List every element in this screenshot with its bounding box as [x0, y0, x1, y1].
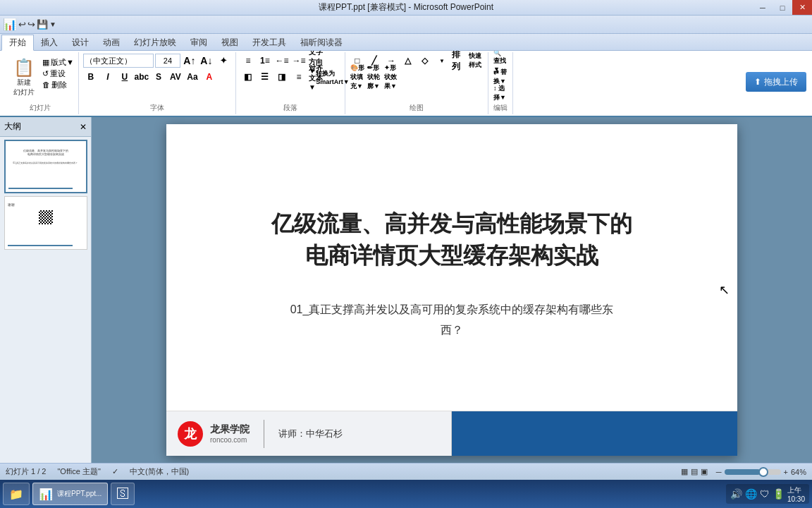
slide-thumb-1[interactable]: 亿级流量、高并发与高性能场景下的电商详情页大型缓存架构实战 01_真正支撑高并发…: [4, 140, 87, 193]
ribbon-group-paragraph: ≡ 1≡ ←≡ →≡ 文字方向▼ ◧ ☰ ◨ ≡ 对齐文本▼ 转换为SmartA…: [236, 52, 345, 114]
bullets-btn[interactable]: ≡: [240, 54, 256, 68]
undo-icon[interactable]: ↩: [18, 19, 26, 30]
files-icon: 📁: [9, 488, 23, 501]
font-bottom-row: B I U abc S AV Aa A: [83, 70, 217, 84]
tab-design[interactable]: 设计: [65, 35, 96, 50]
tray-icon-2[interactable]: 🌐: [745, 488, 757, 500]
save-icon[interactable]: 💾: [37, 19, 48, 30]
slide[interactable]: 亿级流量、高并发与高性能场景下的电商详情页大型缓存架构实战 01_真正支撑高并发…: [166, 124, 737, 456]
tab-home[interactable]: 开始: [1, 35, 34, 51]
zoom-in-btn[interactable]: +: [784, 468, 788, 476]
delete-label[interactable]: 删除: [51, 80, 67, 90]
theme-info: "Office 主题": [57, 466, 100, 477]
quick-styles-btn[interactable]: 快速样式: [468, 54, 484, 68]
main-area: 大纲 ✕ 亿级流量、高并发与高性能场景下的电商详情页大型缓存架构实战 01_真正…: [0, 117, 812, 463]
char-space-btn[interactable]: AV: [168, 70, 183, 84]
normal-view-btn[interactable]: ▦: [681, 467, 688, 476]
logo-url: roncoo.com: [210, 436, 250, 444]
font-decrease-btn[interactable]: A↓: [199, 54, 214, 68]
justify-btn[interactable]: ≡: [291, 70, 307, 84]
window-title: 课程PPT.ppt [兼容模式] - Microsoft PowerPoint: [319, 1, 493, 13]
maximize-button[interactable]: □: [773, 0, 792, 15]
smartart-btn[interactable]: 转换为SmartArt▼: [325, 70, 340, 84]
thumb-2-qr: [39, 210, 53, 224]
align-right-btn[interactable]: ◨: [274, 70, 290, 84]
slide-2-indicator: [8, 245, 73, 246]
new-slide-button[interactable]: 📋 新建幻灯片: [7, 57, 41, 99]
case-btn[interactable]: Aa: [185, 70, 200, 84]
italic-btn[interactable]: I: [100, 70, 116, 84]
sidebar-close-button[interactable]: ✕: [80, 122, 87, 132]
bold-btn[interactable]: B: [83, 70, 99, 84]
ppt-label: 课程PPT.ppt...: [57, 489, 102, 499]
thumb-1-text2: 01_真正支撑高并发以及高可用的复杂系统中的缓存架构有哪些东西？: [8, 162, 83, 164]
font-size-input[interactable]: [155, 54, 180, 68]
zoom-percent[interactable]: 64%: [791, 468, 806, 476]
reading-view-btn[interactable]: ▣: [701, 467, 708, 476]
taskbar-ppt-btn[interactable]: 📊 课程PPT.ppt...: [32, 483, 108, 505]
close-button[interactable]: ✕: [792, 0, 812, 15]
clear-format-btn[interactable]: ✦: [216, 54, 231, 68]
tab-developer[interactable]: 开发工具: [245, 35, 293, 50]
font-increase-btn[interactable]: A↑: [182, 54, 197, 68]
minimize-button[interactable]: ─: [753, 0, 773, 15]
delete-row: 🗑 删除: [42, 80, 67, 90]
tray-icon-3[interactable]: 🛡: [760, 488, 770, 500]
arrange-btn[interactable]: 排列: [451, 54, 467, 68]
strikethrough-btn[interactable]: abc: [134, 70, 149, 84]
tab-foxit[interactable]: 福昕阅读器: [293, 35, 350, 50]
tab-review[interactable]: 审阅: [183, 35, 214, 50]
zoom-slider[interactable]: [725, 469, 781, 475]
tab-view[interactable]: 视图: [214, 35, 245, 50]
increase-indent-btn[interactable]: →≡: [291, 54, 307, 68]
canvas-area: 亿级流量、高并发与高性能场景下的电商详情页大型缓存架构实战 01_真正支撑高并发…: [92, 117, 812, 463]
pp-icon: 📊: [3, 18, 17, 31]
shape1-btn[interactable]: △: [400, 54, 416, 68]
tab-slideshow[interactable]: 幻灯片放映: [127, 35, 183, 50]
slide-thumb-2[interactable]: 谢谢: [4, 196, 87, 250]
upload-button[interactable]: ⬆ 拖拽上传: [746, 72, 806, 92]
paragraph-group-label: 段落: [283, 103, 297, 113]
shape2-btn[interactable]: ◇: [417, 54, 433, 68]
dropdown-arrow[interactable]: ▼: [49, 20, 56, 28]
underline-btn[interactable]: U: [117, 70, 133, 84]
shape-effect-btn[interactable]: ✦形状效果▼: [383, 70, 399, 84]
slide-sorter-btn[interactable]: ▤: [691, 467, 698, 476]
slide-footer: 龙 龙果学院 roncoo.com 讲师：中华石杉: [166, 411, 737, 456]
align-center-btn[interactable]: ☰: [257, 70, 273, 84]
redo-icon[interactable]: ↪: [27, 19, 35, 30]
select-btn[interactable]: ↕ 选择▼: [493, 86, 508, 100]
reset-label[interactable]: 重设: [50, 68, 66, 79]
footer-right: [452, 411, 737, 456]
sidebar-title: 大纲: [4, 121, 21, 133]
find-btn[interactable]: 🔍 查找▼: [493, 54, 508, 68]
shadow-btn[interactable]: S: [151, 70, 166, 84]
tab-animation[interactable]: 动画: [96, 35, 127, 50]
check-icon: ✓: [112, 467, 118, 476]
align-left-btn[interactable]: ◧: [240, 70, 256, 84]
taskbar-app3-btn[interactable]: 🅂: [111, 483, 135, 505]
upload-icon: ⬆: [754, 77, 761, 87]
numbering-btn[interactable]: 1≡: [257, 54, 273, 68]
taskbar-files-btn[interactable]: 📁: [3, 483, 30, 505]
zoom-out-btn[interactable]: ─: [716, 468, 722, 476]
select-row: ↕ 选择▼: [493, 86, 508, 100]
thumb-1-text1: 亿级流量、高并发与高性能场景下的电商详情页大型缓存架构实战: [8, 150, 83, 157]
replace-btn[interactable]: ⇄ 替换▼: [493, 70, 508, 84]
new-slide-icon: 📋: [13, 59, 35, 76]
system-tray: 🔊 🌐 🛡 🔋 上午10:30: [726, 484, 809, 504]
font-color-btn[interactable]: A: [202, 70, 217, 84]
reset-icon: ↺: [42, 69, 49, 78]
tray-icon-1[interactable]: 🔊: [730, 488, 742, 500]
tab-insert[interactable]: 插入: [34, 35, 65, 50]
shape-outline-btn[interactable]: ✏形状轮廓▼: [367, 70, 382, 84]
thumb-2-title: 谢谢: [8, 202, 84, 207]
decrease-indent-btn[interactable]: ←≡: [274, 54, 290, 68]
shapes-more-btn[interactable]: ▼: [434, 54, 450, 68]
tray-icon-4[interactable]: 🔋: [773, 488, 785, 500]
layout-label[interactable]: 版式▼: [51, 57, 74, 68]
shape-fill-btn[interactable]: 🎨形状填充▼: [350, 70, 365, 84]
slide-content-area: 亿级流量、高并发与高性能场景下的电商详情页大型缓存架构实战 01_真正支撑高并发…: [166, 124, 737, 411]
tray-clock[interactable]: 上午10:30: [787, 485, 805, 503]
font-name-input[interactable]: [83, 54, 154, 68]
